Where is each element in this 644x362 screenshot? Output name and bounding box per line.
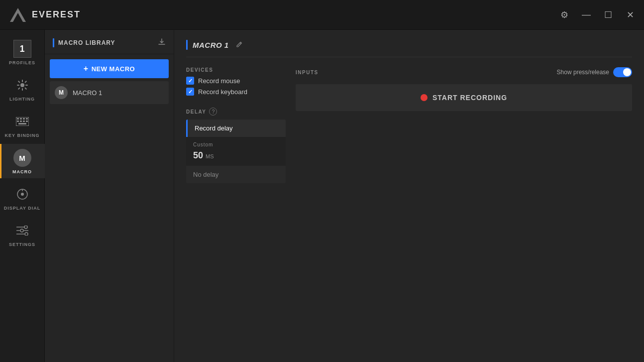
sidebar-item-profiles[interactable]: 1 PROFILES	[0, 35, 45, 69]
delay-option-custom: Custom 50 MS	[186, 137, 286, 166]
delay-custom-value: 50 MS	[193, 150, 279, 161]
app-logo: EVEREST	[8, 6, 81, 24]
delay-custom-label: Custom	[193, 142, 279, 147]
svg-point-30	[25, 233, 28, 236]
svg-line-7	[18, 81, 19, 82]
show-press-release-row: Show press/release	[557, 67, 632, 77]
start-recording-label: START RECORDING	[432, 94, 507, 102]
devices-section: DEVICES ✓ Record mouse ✓ Record keyboard	[186, 67, 286, 99]
svg-rect-12	[17, 118, 19, 120]
record-keyboard-row: ✓ Record keyboard	[186, 88, 286, 96]
show-press-toggle[interactable]	[613, 67, 632, 77]
displaydial-icon	[13, 185, 31, 203]
macro-library-panel: MACRO LIBRARY + NEW MACRO M MACRO 1	[45, 30, 174, 362]
settings-label: SETTINGS	[9, 242, 35, 247]
svg-point-2	[20, 83, 24, 87]
checkmark-mouse: ✓	[188, 78, 193, 84]
macro-library-accent	[53, 38, 54, 47]
macro-item-label: MACRO 1	[73, 89, 102, 97]
macro-detail-accent	[186, 40, 188, 50]
lighting-label: LIGHTING	[9, 97, 35, 102]
macro-icon: M	[13, 149, 31, 167]
sidebar-item-displaydial[interactable]: DISPLAY DIAL	[0, 180, 45, 215]
macro-m-circle: M	[13, 149, 31, 167]
macro-left-column: DEVICES ✓ Record mouse ✓ Record keyboard	[186, 67, 286, 183]
delay-help-icon[interactable]: ?	[209, 108, 217, 116]
macro-detail-panel: MACRO 1 DEVICES	[174, 30, 644, 362]
profiles-label: PROFILES	[9, 60, 35, 65]
delay-option-record[interactable]: Record delay	[186, 120, 286, 137]
profiles-icon: 1	[13, 40, 31, 58]
svg-rect-14	[23, 118, 25, 120]
sidebar-item-keybinding[interactable]: KEY BINDING	[0, 108, 45, 142]
svg-rect-20	[18, 123, 26, 124]
macro-item-icon: M	[55, 86, 68, 99]
svg-rect-15	[26, 118, 28, 120]
inputs-section-label: INPUTS	[296, 70, 319, 75]
new-macro-label: NEW MACRO	[92, 65, 135, 73]
displaydial-label: DISPLAY DIAL	[4, 206, 41, 211]
title-bar: EVEREST ⚙ — ☐ ✕	[0, 0, 644, 30]
edit-icon[interactable]	[236, 41, 243, 49]
record-dot-icon	[421, 94, 428, 101]
svg-line-10	[18, 88, 19, 89]
svg-point-22	[21, 193, 24, 196]
svg-rect-13	[20, 118, 22, 120]
macro-label: MACRO	[12, 169, 32, 174]
app-title: EVEREST	[32, 9, 81, 20]
svg-rect-17	[20, 121, 22, 122]
keybinding-label: KEY BINDING	[5, 133, 40, 138]
macro-detail-header: MACRO 1	[186, 40, 632, 57]
svg-line-8	[25, 88, 26, 89]
delay-option-none[interactable]: No delay	[186, 166, 286, 183]
sidebar-item-lighting[interactable]: LIGHTING	[0, 71, 45, 106]
delay-label: DELAY	[186, 109, 206, 115]
profile-number: 1	[13, 40, 31, 58]
macro-library-title: MACRO LIBRARY	[58, 39, 154, 46]
start-recording-button[interactable]: START RECORDING	[296, 84, 632, 111]
keybinding-icon	[13, 113, 31, 130]
window-controls: ⚙ — ☐ ✕	[558, 9, 636, 21]
new-macro-button[interactable]: + NEW MACRO	[50, 59, 169, 78]
lighting-icon	[13, 76, 31, 94]
macro-columns: DEVICES ✓ Record mouse ✓ Record keyboard	[186, 67, 632, 183]
delay-section: DELAY ? Record delay Custom 50	[186, 108, 286, 183]
svg-line-31	[240, 43, 241, 44]
svg-line-9	[25, 81, 26, 82]
download-icon[interactable]	[158, 38, 166, 48]
devices-label: DEVICES	[186, 67, 286, 73]
svg-point-25	[24, 226, 27, 229]
logo-icon	[8, 6, 26, 24]
record-mouse-label: Record mouse	[198, 77, 240, 85]
toggle-knob	[623, 68, 631, 76]
plus-icon: +	[84, 64, 89, 73]
record-mouse-checkbox[interactable]: ✓	[186, 77, 194, 85]
sidebar-item-macro[interactable]: M MACRO	[0, 144, 45, 178]
record-mouse-row: ✓ Record mouse	[186, 77, 286, 85]
inputs-header: INPUTS Show press/release	[296, 67, 632, 77]
macro-detail-title: MACRO 1	[193, 41, 229, 49]
close-icon[interactable]: ✕	[624, 9, 636, 21]
minimize-icon[interactable]: —	[580, 9, 592, 21]
svg-point-27	[20, 229, 23, 232]
content-area: MACRO LIBRARY + NEW MACRO M MACRO 1	[45, 30, 644, 362]
settings-sidebar-icon	[13, 222, 31, 240]
delay-unit: MS	[206, 153, 214, 159]
svg-rect-18	[23, 121, 25, 122]
delay-number: 50	[193, 150, 203, 161]
record-keyboard-label: Record keyboard	[198, 88, 247, 96]
macro-right-column: INPUTS Show press/release START RECORDIN…	[296, 67, 632, 183]
delay-options-list: Record delay Custom 50 MS No delay	[186, 120, 286, 183]
svg-rect-19	[26, 121, 28, 122]
record-keyboard-checkbox[interactable]: ✓	[186, 88, 194, 96]
macro-library-header: MACRO LIBRARY	[45, 30, 174, 54]
app-body: 1 PROFILES LIGHTING	[0, 30, 644, 362]
sidebar-item-settings[interactable]: SETTINGS	[0, 217, 45, 251]
show-press-label: Show press/release	[557, 69, 609, 76]
macro-list-item[interactable]: M MACRO 1	[50, 81, 169, 104]
svg-rect-16	[17, 121, 19, 122]
checkmark-keyboard: ✓	[188, 89, 193, 95]
settings-icon[interactable]: ⚙	[558, 9, 570, 21]
sidebar: 1 PROFILES LIGHTING	[0, 30, 45, 362]
maximize-icon[interactable]: ☐	[602, 9, 614, 21]
